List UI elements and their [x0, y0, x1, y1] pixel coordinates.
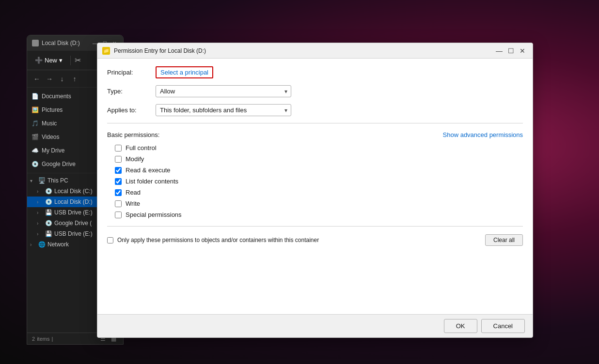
- folder-icon: 📁: [103, 48, 109, 53]
- ok-button[interactable]: OK: [444, 319, 477, 333]
- plus-icon: ➕: [35, 57, 43, 64]
- music-icon: 🎵: [31, 120, 39, 127]
- new-label: New: [45, 57, 57, 64]
- pictures-icon: 🖼️: [31, 106, 39, 114]
- chevron-icon: ▾: [59, 57, 63, 64]
- cancel-button[interactable]: Cancel: [481, 319, 525, 333]
- dialog-footer: OK Cancel: [97, 314, 533, 337]
- appliesto-label: Applies to:: [107, 106, 156, 114]
- locald-chevron: ›: [37, 199, 43, 205]
- principal-label: Principal:: [107, 69, 156, 76]
- basic-permissions-label: Basic permissions:: [107, 131, 182, 138]
- drive-icon: [32, 40, 39, 46]
- perm-write-checkbox[interactable]: [115, 200, 122, 207]
- divider-1: [107, 123, 523, 123]
- googledrive-label: Google Drive: [42, 161, 76, 167]
- documents-icon: 📄: [31, 92, 39, 100]
- googledrive-icon: 💿: [31, 160, 39, 168]
- perm-modify-checkbox[interactable]: [115, 156, 122, 163]
- permission-dialog: 📁 Permission Entry for Local Disk (D:) —…: [97, 43, 533, 338]
- usbe2-label: USB Drive (E:): [54, 230, 93, 237]
- appliesto-select[interactable]: This folder, subfolders and files This f…: [156, 104, 291, 116]
- perm-modify-label: Modify: [126, 155, 144, 163]
- permissions-checklist: Full control Modify Read & execute List …: [115, 144, 182, 218]
- divider-2: [107, 226, 523, 227]
- type-label: Type:: [107, 88, 156, 95]
- documents-label: Documents: [42, 93, 71, 100]
- dialog-titlebar: 📁 Permission Entry for Local Disk (D:) —…: [97, 43, 533, 59]
- usbe2-icon: 💾: [45, 230, 52, 238]
- perm-list-folder[interactable]: List folder contents: [115, 178, 182, 185]
- dropdown-button[interactable]: ↓: [56, 73, 68, 85]
- perm-read-checkbox[interactable]: [115, 189, 122, 196]
- perm-special[interactable]: Special permissions: [115, 211, 182, 218]
- select-principal-link[interactable]: Select a principal: [156, 66, 213, 78]
- perm-list-folder-label: List folder contents: [126, 178, 178, 185]
- mydrive-label: My Drive: [42, 147, 64, 154]
- explorer-title: Local Disk (D:): [32, 40, 80, 46]
- perm-modify[interactable]: Modify: [115, 155, 182, 163]
- localc-label: Local Disk (C:): [54, 188, 93, 195]
- explorer-title-label: Local Disk (D:): [42, 40, 80, 46]
- localc-chevron: ›: [37, 189, 43, 194]
- dialog-minimize-button[interactable]: —: [494, 46, 504, 56]
- mydrive-icon: ☁️: [31, 147, 39, 154]
- back-button[interactable]: ←: [31, 73, 43, 85]
- dialog-maximize-button[interactable]: ☐: [505, 46, 516, 56]
- scissors-icon[interactable]: ✂: [75, 56, 81, 65]
- perm-full-control-checkbox[interactable]: [115, 145, 122, 152]
- clear-all-button[interactable]: Clear all: [485, 234, 523, 246]
- new-button[interactable]: ➕ New ▾: [31, 55, 66, 66]
- perm-full-control-label: Full control: [126, 144, 157, 152]
- apply-only-text: Only apply these permissions to objects …: [117, 237, 319, 243]
- type-select-wrapper: Allow Deny: [156, 85, 291, 97]
- perm-list-folder-checkbox[interactable]: [115, 178, 122, 185]
- permissions-section: Basic permissions: Full control Modify R…: [107, 131, 523, 218]
- perm-read-execute-checkbox[interactable]: [115, 167, 122, 174]
- status-sep: |: [51, 336, 53, 342]
- pictures-label: Pictures: [42, 106, 63, 113]
- show-advanced-link[interactable]: Show advanced permissions: [443, 131, 523, 138]
- localc-icon: 💿: [45, 187, 52, 195]
- dialog-title-text: Permission Entry for Local Disk (D:): [114, 47, 494, 54]
- dialog-body: Principal: Select a principal Type: Allo…: [97, 59, 533, 314]
- usbe-icon: 💾: [45, 209, 52, 216]
- apply-row: Only apply these permissions to objects …: [107, 234, 523, 246]
- forward-button[interactable]: →: [44, 73, 55, 85]
- perm-write-label: Write: [126, 200, 140, 207]
- apply-only-checkbox[interactable]: [107, 237, 113, 243]
- usbe-label: USB Drive (E:): [54, 209, 93, 216]
- perm-special-checkbox[interactable]: [115, 212, 122, 218]
- toolbar-separator: [70, 56, 71, 65]
- dialog-close-button[interactable]: ✕: [517, 46, 528, 56]
- videos-icon: 🎬: [31, 133, 39, 141]
- perm-read-execute[interactable]: Read & execute: [115, 167, 182, 174]
- usbe2-chevron: ›: [37, 231, 43, 237]
- items-label: items: [37, 336, 49, 342]
- dialog-title-buttons: — ☐ ✕: [494, 46, 528, 56]
- thispc-label: This PC: [47, 177, 68, 184]
- type-select[interactable]: Allow Deny: [156, 85, 291, 97]
- perm-write[interactable]: Write: [115, 200, 182, 207]
- network-label: Network: [47, 241, 69, 248]
- googledrive2-label: Google Drive (: [54, 220, 92, 227]
- perm-full-control[interactable]: Full control: [115, 144, 182, 152]
- perm-read[interactable]: Read: [115, 189, 182, 196]
- network-icon: 🌐: [38, 241, 46, 248]
- perm-read-execute-label: Read & execute: [126, 167, 171, 174]
- appliesto-select-wrapper: This folder, subfolders and files This f…: [156, 104, 291, 116]
- permissions-left: Basic permissions: Full control Modify R…: [107, 131, 182, 218]
- item-count: 2: [32, 336, 35, 342]
- perm-special-label: Special permissions: [126, 211, 182, 218]
- apply-only-label[interactable]: Only apply these permissions to objects …: [107, 237, 319, 243]
- locald-icon: 💿: [45, 198, 52, 206]
- music-label: Music: [42, 120, 57, 127]
- thispc-chevron: ▾: [30, 178, 36, 183]
- type-row: Type: Allow Deny: [107, 85, 523, 97]
- up-button[interactable]: ↑: [69, 73, 80, 85]
- appliesto-row: Applies to: This folder, subfolders and …: [107, 104, 523, 116]
- googledrive2-icon: 💿: [45, 219, 52, 227]
- usbe-chevron: ›: [37, 210, 43, 215]
- locald-label: Local Disk (D:): [54, 198, 93, 205]
- perm-read-label: Read: [126, 189, 141, 196]
